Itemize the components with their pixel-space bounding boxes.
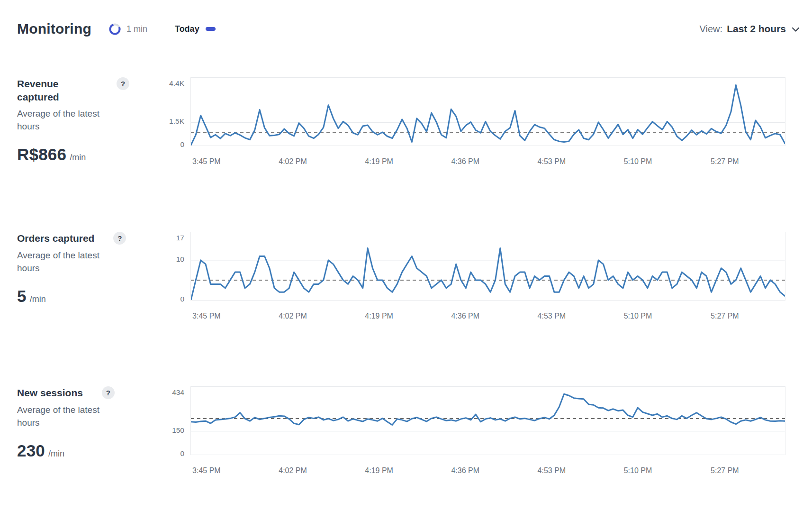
today-series-swatch [206,27,216,31]
metric-row-orders: Orders captured ? Average of the latest … [0,232,812,324]
orders-chart: 01017 3:45 PM4:02 PM4:19 PM4:36 PM4:53 P… [159,232,785,324]
x-axis-tick-label: 4:19 PM [365,157,393,166]
x-axis-tick-label: 4:36 PM [451,466,479,475]
metric-title: Revenue captured [17,77,98,103]
y-axis-tick-label: 17 [176,234,184,242]
today-legend-toggle[interactable]: Today [175,24,216,34]
metric-value: R$866 [17,145,66,164]
view-range-dropdown[interactable]: View: Last 2 hours [700,23,800,35]
metric-title: New sessions [17,386,83,400]
y-axis-tick-label: 4.4K [169,79,184,88]
metric-subtitle: Average of the latest hours [17,108,120,133]
sessions-chart: 0150434 3:45 PM4:02 PM4:19 PM4:36 PM4:53… [159,386,785,479]
metric-info-revenue: Revenue captured ? Average of the latest… [17,77,159,170]
x-axis-tick-label: 5:27 PM [711,157,739,166]
metric-unit: /min [30,294,46,304]
x-axis-tick-label: 5:10 PM [624,466,652,475]
x-axis-tick-label: 5:27 PM [711,466,739,475]
x-axis-tick-label: 4:19 PM [365,312,393,320]
chart-canvas [191,387,785,455]
x-axis-tick-label: 5:10 PM [624,157,652,166]
x-axis-tick-label: 4:53 PM [538,157,566,166]
metric-value: 5 [17,287,27,306]
chart-canvas [191,232,785,300]
metric-value: 230 [17,441,45,460]
help-icon[interactable]: ? [102,386,115,399]
y-axis: 01017 [159,232,190,301]
x-axis-tick-label: 4:02 PM [279,466,307,475]
revenue-chart: 01.5K4.4K 3:45 PM4:02 PM4:19 PM4:36 PM4:… [159,77,785,170]
refresh-spinner-icon [108,23,121,36]
y-axis-tick-label: 150 [172,426,184,435]
x-axis-tick-label: 4:02 PM [279,157,307,166]
view-selected-value: Last 2 hours [727,23,786,35]
x-axis-tick-label: 3:45 PM [192,312,221,320]
chart-plot-area[interactable] [190,386,785,455]
metric-row-sessions: New sessions ? Average of the latest hou… [0,386,812,479]
x-axis-tick-label: 4:36 PM [451,312,479,320]
refresh-interval-indicator: 1 min [108,23,147,36]
chart-canvas [191,78,785,146]
page-header: Monitoring 1 min Today View: Last 2 hour… [0,0,812,37]
help-icon[interactable]: ? [117,77,129,90]
x-axis-tick-label: 3:45 PM [192,157,221,166]
chevron-down-icon [792,27,800,32]
y-axis: 01.5K4.4K [159,77,190,146]
x-axis-tick-label: 4:53 PM [538,312,566,320]
x-axis-tick-label: 4:53 PM [538,466,566,475]
x-axis: 3:45 PM4:02 PM4:19 PM4:36 PM4:53 PM5:10 … [190,301,785,324]
series-line [191,248,785,300]
x-axis-tick-label: 3:45 PM [192,466,221,475]
y-axis-tick-label: 0 [180,449,184,458]
series-line [191,85,785,145]
x-axis: 3:45 PM4:02 PM4:19 PM4:36 PM4:53 PM5:10 … [190,455,785,479]
page-title: Monitoring [17,21,91,37]
metric-title: Orders captured [17,232,94,245]
metric-unit: /min [70,153,86,163]
y-axis-tick-label: 0 [180,140,184,149]
metric-subtitle: Average of the latest hours [17,249,120,275]
chart-plot-area[interactable] [190,232,785,301]
metric-row-revenue: Revenue captured ? Average of the latest… [0,77,812,170]
y-axis-tick-label: 1.5K [169,117,184,126]
help-icon[interactable]: ? [113,232,126,245]
metric-info-orders: Orders captured ? Average of the latest … [17,232,159,324]
x-axis-tick-label: 5:10 PM [624,312,652,320]
refresh-interval-label: 1 min [126,24,147,34]
metric-subtitle: Average of the latest hours [17,404,120,429]
x-axis-tick-label: 4:19 PM [365,466,393,475]
x-axis-tick-label: 5:27 PM [711,312,739,320]
view-label: View: [700,24,723,35]
x-axis: 3:45 PM4:02 PM4:19 PM4:36 PM4:53 PM5:10 … [190,146,785,170]
x-axis-tick-label: 4:02 PM [279,312,307,320]
series-line [191,394,785,425]
metric-unit: /min [48,449,64,459]
y-axis-tick-label: 434 [172,388,184,397]
metric-info-sessions: New sessions ? Average of the latest hou… [17,386,159,479]
chart-plot-area[interactable] [190,77,785,146]
y-axis: 0150434 [159,386,190,455]
today-label: Today [175,24,199,34]
x-axis-tick-label: 4:36 PM [451,157,479,166]
y-axis-tick-label: 0 [180,295,184,303]
y-axis-tick-label: 10 [176,255,184,264]
